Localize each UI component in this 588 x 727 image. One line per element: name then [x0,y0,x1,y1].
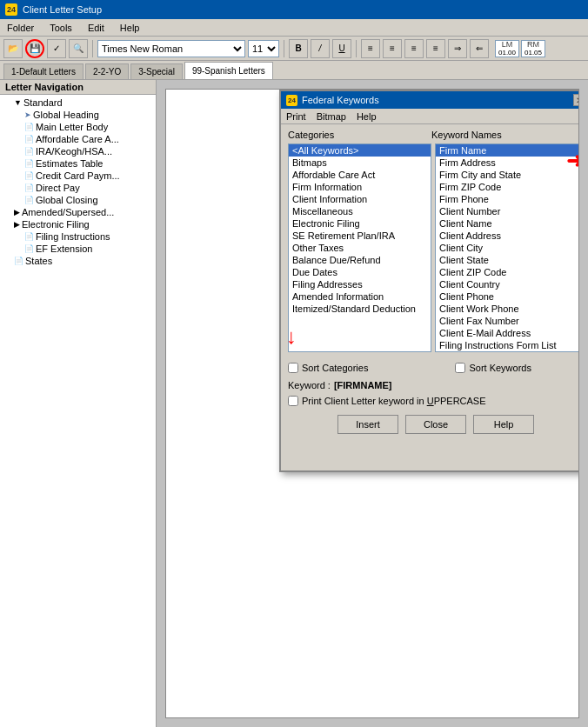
tree-filing-inst[interactable]: 📄 Filing Instructions [2,230,154,243]
kw-client-name[interactable]: Client Name [436,217,579,230]
kw-client-address[interactable]: Client Address [436,230,579,242]
italic-button[interactable]: / [311,39,330,58]
close-button[interactable]: Close [405,415,466,434]
tree-estimates-label: Estimates Table [36,158,103,169]
tree-estimates[interactable]: 📄 Estimates Table [2,157,154,170]
kw-firm-name[interactable]: Firm Name [436,144,579,157]
tree-aca[interactable]: 📄 Affordable Care A... [2,133,154,145]
keywords-header: Keyword Names [431,130,579,140]
cat-due-dates[interactable]: Due Dates [289,266,431,278]
tab-spanish[interactable]: 99-Spanish Letters [184,62,273,79]
toolbar-btn-1[interactable]: 📂 [3,39,23,58]
modal-close-button[interactable]: ✕ [573,94,579,106]
tab-special[interactable]: 3-Special [130,63,183,79]
size-select[interactable]: 11 [248,40,279,57]
tree-global-closing[interactable]: 📄 Global Closing [2,194,154,206]
cat-balance-due[interactable]: Balance Due/Refund [289,254,431,266]
left-panel: Letter Navigation ▼ Standard ➤ Global He… [0,80,157,727]
menu-help[interactable]: Help [117,22,144,34]
indent-btn[interactable]: ⇒ [448,39,467,58]
sort-keywords-checkbox[interactable] [455,363,465,373]
cat-all-keywords[interactable]: <All Keywords> [289,144,431,157]
kw-firm-city-state[interactable]: Firm City and State [436,169,579,181]
tree-ira-label: IRA/Keogh/HSA... [36,146,112,157]
align-left-btn[interactable]: ≡ [361,39,380,58]
kw-client-num[interactable]: Client Number [436,205,579,217]
tab-default-letters[interactable]: 1-Default Letters [3,63,84,79]
menu-tools[interactable]: Tools [46,22,76,34]
sort-keywords-label: Sort Keywords [469,363,531,373]
kw-client-email[interactable]: Client E-Mail Address [436,327,579,339]
tree-amended[interactable]: ▶ Amended/Supersed... [2,206,154,218]
kw-client-fax[interactable]: Client Fax Number [436,315,579,327]
menu-folder[interactable]: Folder [3,22,37,34]
doc-icon-5: 📄 [24,171,34,180]
toolbar-btn-4[interactable]: 🔍 [69,39,88,58]
font-select[interactable]: Times New Roman [97,40,245,57]
kw-taxpayer-first[interactable]: Taxpayer First Name [436,351,579,352]
kw-client-phone[interactable]: Client Phone [436,290,579,303]
underline-button[interactable]: U [332,39,351,58]
kw-client-country[interactable]: Client Country [436,278,579,290]
modal-app-icon: 24 [286,95,297,106]
tree-main-letter-label: Main Letter Body [36,122,108,132]
modal-menu-bitmap[interactable]: Bitmap [317,111,346,122]
keyword-display: Keyword : [FIRMNAME] [288,380,579,390]
tree-credit-card[interactable]: 📄 Credit Card Paym... [2,170,154,182]
title-bar-text: Client Letter Setup [23,4,102,15]
modal-title-text: Federal Keywords [302,95,379,105]
kw-client-city[interactable]: Client City [436,242,579,254]
tree-global-heading[interactable]: ➤ Global Heading [2,109,154,121]
sort-categories-checkbox[interactable] [288,363,298,373]
tree-main-letter[interactable]: 📄 Main Letter Body [2,121,154,133]
tab-2yo[interactable]: 2-2-YO [85,63,129,79]
cat-filing-addr[interactable]: Filing Addresses [289,278,431,290]
cat-itemized[interactable]: Itemized/Standard Deduction [289,303,431,315]
modal-menu-print[interactable]: Print [286,111,306,122]
cat-aca[interactable]: Affordable Care Act [289,169,431,181]
cat-se-retirement[interactable]: SE Retirement Plan/IRA [289,230,431,242]
kw-client-zip[interactable]: Client ZIP Code [436,266,579,278]
toolbar-btn-3[interactable]: ✓ [47,39,66,58]
tree-states[interactable]: 📄 States [2,255,154,267]
bold-button[interactable]: B [289,39,308,58]
align-center-btn[interactable]: ≡ [383,39,402,58]
modal-menu-help[interactable]: Help [357,111,377,122]
main-area: Letter Navigation ▼ Standard ➤ Global He… [0,80,588,727]
insert-button[interactable]: Insert [337,415,398,434]
modal-body: Categories Keyword Names <All Keywords> … [281,124,579,439]
cat-other-taxes[interactable]: Other Taxes [289,242,431,254]
align-justify-btn[interactable]: ≡ [426,39,445,58]
kw-firm-phone[interactable]: Firm Phone [436,193,579,205]
folder-open-icon: ▼ [14,98,22,107]
cat-electronic[interactable]: Electronic Filing [289,217,431,230]
sort-row: Sort Categories Sort Keywords [288,357,579,375]
help-button[interactable]: Help [473,415,534,434]
cat-firm-info[interactable]: Firm Information [289,181,431,193]
kw-firm-address[interactable]: Firm Address [436,157,579,169]
doc-icon-6: 📄 [24,183,34,192]
doc-icon-3: 📄 [24,147,34,156]
tree-electronic[interactable]: ▶ Electronic Filing [2,218,154,230]
tree-standard[interactable]: ▼ Standard [2,97,154,109]
uppercase-checkbox[interactable] [288,396,298,406]
kw-firm-zip[interactable]: Firm ZIP Code [436,181,579,193]
cat-amended[interactable]: Amended Information [289,290,431,303]
cat-misc[interactable]: Miscellaneous [289,205,431,217]
menu-edit[interactable]: Edit [84,22,108,34]
keywords-list[interactable]: Firm Name Firm Address Firm City and Sta… [435,143,579,352]
kw-client-state[interactable]: Client State [436,254,579,266]
outdent-btn[interactable]: ⇐ [470,39,489,58]
kw-filing-form-list[interactable]: Filing Instructions Form List [436,339,579,351]
kw-client-work-phone[interactable]: Client Work Phone [436,303,579,315]
folder-icon-electronic: ▶ [14,220,20,229]
cat-bitmaps[interactable]: Bitmaps [289,157,431,169]
tree-direct-pay[interactable]: 📄 Direct Pay [2,182,154,194]
align-right-btn[interactable]: ≡ [404,39,424,58]
tree-ira[interactable]: 📄 IRA/Keogh/HSA... [2,145,154,157]
toolbar-separator-2 [284,40,284,57]
categories-list[interactable]: <All Keywords> Bitmaps Affordable Care A… [288,143,431,352]
toolbar-btn-2[interactable]: 💾 [25,39,44,58]
cat-client-info[interactable]: Client Information [289,193,431,205]
tree-ef-ext[interactable]: 📄 EF Extension [2,243,154,255]
